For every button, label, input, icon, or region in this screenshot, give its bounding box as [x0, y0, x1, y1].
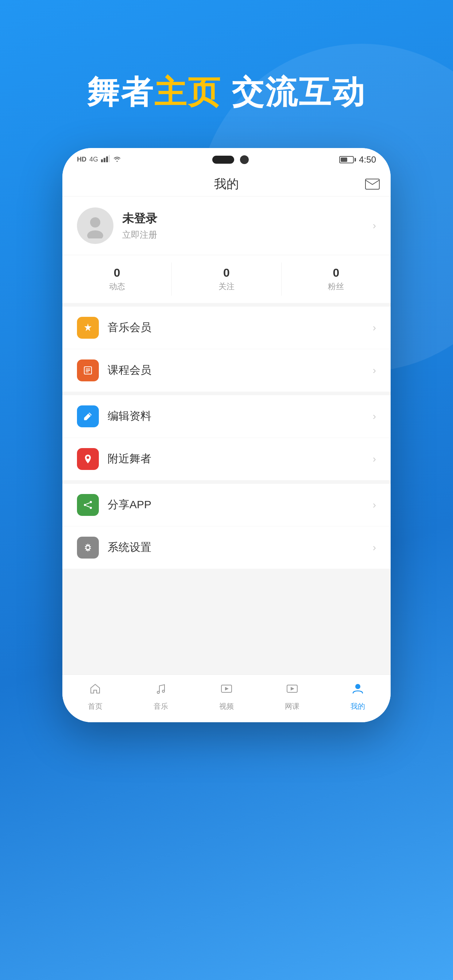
time-display: 4:50	[359, 154, 376, 165]
svg-point-5	[90, 217, 100, 228]
phone-mockup: HD 4G	[62, 148, 391, 722]
svg-rect-2	[106, 156, 108, 162]
menu-share-app[interactable]: 分享APP ›	[62, 484, 391, 527]
svg-point-15	[90, 507, 92, 509]
stat-following-label: 关注	[172, 281, 281, 292]
status-center	[212, 155, 249, 164]
stat-following[interactable]: 0 关注	[172, 262, 281, 296]
settings-chevron-icon: ›	[373, 542, 376, 554]
settings-icon	[77, 537, 99, 558]
svg-point-21	[162, 690, 164, 692]
header-highlight: 主页	[154, 74, 222, 110]
svg-point-6	[87, 231, 103, 239]
nav-mine[interactable]: 我的	[351, 682, 365, 711]
header-white2: 交流互动	[222, 74, 366, 110]
home-icon	[89, 682, 102, 698]
menu-section-utility: 分享APP › 系统设置 ›	[62, 484, 391, 573]
svg-point-12	[87, 456, 89, 459]
stat-following-number: 0	[172, 266, 281, 280]
svg-marker-25	[291, 687, 294, 690]
svg-rect-0	[101, 159, 103, 162]
nav-video[interactable]: 视频	[219, 682, 234, 711]
stat-posts-label: 动态	[62, 281, 171, 292]
menu-music-membership[interactable]: 音乐会员 ›	[62, 307, 391, 349]
profile-info: 未登录 立即注册	[122, 211, 364, 240]
mine-icon	[351, 682, 364, 698]
nearby-dancers-chevron-icon: ›	[373, 453, 376, 465]
signal-bars-icon	[101, 155, 110, 164]
stat-fans-label: 粉丝	[282, 281, 391, 292]
avatar	[77, 207, 113, 244]
nearby-dancers-label: 附近舞者	[108, 451, 373, 466]
stat-posts[interactable]: 0 动态	[62, 262, 172, 296]
svg-line-16	[86, 503, 90, 504]
course-membership-chevron-icon: ›	[373, 364, 376, 376]
stats-row: 0 动态 0 关注 0 粉丝	[62, 255, 391, 307]
nav-mine-label: 我的	[351, 702, 365, 711]
nearby-dancers-icon	[77, 448, 99, 470]
network-icon: 4G	[89, 156, 98, 163]
status-right: 4:50	[339, 154, 376, 165]
profile-name: 未登录	[122, 211, 364, 227]
svg-point-26	[355, 684, 360, 689]
share-app-icon	[77, 494, 99, 516]
svg-point-14	[90, 501, 92, 503]
header-white1: 舞者	[87, 74, 154, 110]
bottom-nav: 首页 音乐 视频	[62, 675, 391, 722]
status-left: HD 4G	[77, 155, 121, 164]
battery-icon	[339, 156, 356, 163]
stat-fans[interactable]: 0 粉丝	[282, 262, 391, 296]
course-icon	[286, 682, 299, 698]
svg-point-20	[157, 691, 160, 694]
nav-course-label: 网课	[285, 702, 300, 711]
share-app-label: 分享APP	[108, 497, 373, 512]
share-app-chevron-icon: ›	[373, 499, 376, 511]
menu-settings[interactable]: 系统设置 ›	[62, 527, 391, 569]
stat-posts-number: 0	[62, 266, 171, 280]
page-title: 我的	[214, 176, 239, 192]
edit-profile-icon	[77, 406, 99, 427]
svg-line-17	[86, 506, 90, 507]
wifi-icon	[113, 155, 121, 164]
nav-home[interactable]: 首页	[88, 682, 102, 711]
profile-section[interactable]: 未登录 立即注册 ›	[62, 197, 391, 255]
music-membership-label: 音乐会员	[108, 320, 373, 335]
svg-marker-23	[225, 687, 229, 690]
pill-indicator	[212, 156, 234, 164]
svg-point-13	[84, 504, 86, 506]
svg-rect-1	[104, 158, 105, 162]
nav-home-label: 首页	[88, 702, 102, 711]
signal-text: HD	[77, 156, 86, 163]
menu-section-membership: 音乐会员 › 课程会员 ›	[62, 307, 391, 395]
nav-bar: 我的	[62, 169, 391, 197]
status-bar: HD 4G	[62, 148, 391, 169]
profile-chevron-icon: ›	[373, 220, 376, 232]
empty-area	[62, 573, 391, 675]
music-membership-icon	[77, 317, 99, 339]
edit-profile-label: 编辑资料	[108, 409, 373, 424]
menu-nearby-dancers[interactable]: 附近舞者 ›	[62, 438, 391, 480]
nav-video-label: 视频	[219, 702, 234, 711]
video-icon	[220, 682, 233, 698]
settings-label: 系统设置	[108, 540, 373, 555]
svg-rect-3	[109, 155, 110, 162]
dot-indicator	[240, 155, 249, 164]
profile-register: 立即注册	[122, 229, 364, 240]
mail-icon[interactable]	[365, 179, 380, 189]
menu-course-membership[interactable]: 课程会员 ›	[62, 349, 391, 391]
menu-section-profile: 编辑资料 › 附近舞者 ›	[62, 395, 391, 484]
music-membership-chevron-icon: ›	[373, 322, 376, 334]
edit-profile-chevron-icon: ›	[373, 410, 376, 422]
course-membership-icon	[77, 360, 99, 381]
svg-point-19	[86, 546, 89, 549]
nav-music-label: 音乐	[153, 702, 168, 711]
stat-fans-number: 0	[282, 266, 391, 280]
course-membership-label: 课程会员	[108, 363, 373, 378]
menu-edit-profile[interactable]: 编辑资料 ›	[62, 395, 391, 438]
nav-course[interactable]: 网课	[285, 682, 300, 711]
header-text: 舞者主页 交流互动	[87, 73, 366, 111]
music-icon	[154, 682, 167, 698]
nav-music[interactable]: 音乐	[153, 682, 168, 711]
